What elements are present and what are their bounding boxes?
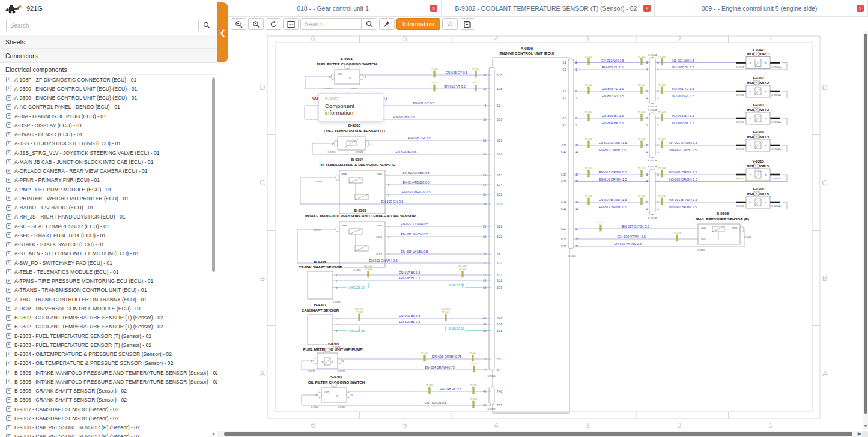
expand-plus-icon[interactable]: + (6, 187, 11, 192)
favorite-star-button[interactable]: ☆ (442, 18, 458, 30)
component-list-item[interactable]: +B-9302 - COOLANT TEMPERATURE SENSOR (T)… (0, 322, 217, 331)
zoom-in-button[interactable] (231, 18, 246, 30)
component-list-item[interactable]: +A-DSP - DISPLAY (ECU) - 01 (0, 121, 217, 130)
expand-plus-icon[interactable]: + (6, 425, 11, 430)
expand-plus-icon[interactable]: + (6, 132, 11, 137)
expand-plus-icon[interactable]: + (6, 169, 11, 174)
component-list-item[interactable]: +A-SC - SEAT COMPRESSOR (ECU) - 01 (0, 222, 217, 231)
scroll-right-arrow-icon[interactable]: ▶ (858, 431, 861, 437)
popup-component-information-item[interactable]: Component information (319, 101, 383, 121)
grid-view-button[interactable] (283, 18, 299, 30)
component-list-item[interactable]: +A-TRC - TRANS CONTROLLER ON TRANNY (ECU… (0, 295, 217, 304)
rotate-button[interactable] (266, 18, 281, 30)
expand-plus-icon[interactable]: + (6, 232, 11, 238)
expand-plus-icon[interactable]: + (6, 113, 11, 119)
component-list-item[interactable]: +A-9300 - ENGINE CONTROL UNIT (ECU) (ECU… (0, 94, 217, 103)
information-button[interactable]: Information (396, 18, 440, 30)
vertical-scrollbar[interactable]: ▼ (863, 31, 868, 429)
component-list-item[interactable]: +A-9300 - ENGINE CONTROL UNIT (ECU) (ECU… (0, 84, 217, 93)
tab-close-button[interactable]: x (430, 5, 437, 12)
component-list-item[interactable]: +A-TRANS - TRANSMISSION CONTROL UNIT (EC… (0, 286, 217, 295)
expand-plus-icon[interactable]: + (6, 104, 11, 110)
expand-plus-icon[interactable]: + (6, 260, 11, 265)
expand-plus-icon[interactable]: + (6, 251, 11, 256)
component-list-item[interactable]: +B-9306 - CRANK SHAFT SENSOR (Sensor) - … (0, 396, 217, 405)
sheet-tab[interactable]: B-9302 - COOLANT TEMPERATURE SENSOR (T) … (442, 0, 655, 16)
component-list-item[interactable]: +A-RADIO - 12V RADIO (ECU) - 01 (0, 203, 217, 212)
component-list-item[interactable]: +A-DIA - DIAGNOSTIC PLUG (ECU) - 01 (0, 112, 217, 121)
component-list-item[interactable]: +B-9302 - COOLANT TEMPERATURE SENSOR (T)… (0, 313, 217, 322)
component-list-item[interactable]: +A-STALK - STALK SWITCH (ECU) - 01 (0, 240, 217, 249)
component-list-item[interactable]: +A-JSS - LH JOYSTICK STEERING (ECU) - 01 (0, 139, 217, 148)
expand-plus-icon[interactable]: + (6, 370, 11, 375)
component-list-item[interactable]: +B-9303 - FUEL TEMPERATURE SENSOR (T) (S… (0, 331, 217, 340)
horizontal-scrollbar-thumb[interactable] (224, 432, 852, 436)
component-list-item[interactable]: +A-PMP - DEF PUMP MODULE (ECU) - 01 (0, 185, 217, 194)
expand-plus-icon[interactable]: + (6, 434, 11, 437)
diagram-search-button[interactable] (362, 18, 377, 30)
component-list-item[interactable]: +A-AC CONTROL PANEL - DENSO (ECU) - 01 (0, 103, 217, 112)
expand-plus-icon[interactable]: + (6, 86, 11, 91)
expand-plus-icon[interactable]: + (6, 279, 11, 284)
component-list-item[interactable]: +A-SW_PD - SWITCH/KEY PAD (ECU) - 01 (0, 258, 217, 267)
list-scroll-down-icon[interactable]: ▼ (211, 432, 216, 436)
expand-plus-icon[interactable]: + (6, 150, 11, 155)
expand-plus-icon[interactable]: + (6, 214, 11, 220)
expand-plus-icon[interactable]: + (6, 159, 11, 164)
sidebar-search-icon[interactable] (199, 20, 214, 31)
list-scrollbar[interactable] (212, 79, 215, 272)
component-list-item[interactable]: +A-TPMS - TIRE PRESSURE MONITORING ECU (… (0, 277, 217, 286)
diagram-search-input[interactable] (300, 18, 362, 30)
component-list-item[interactable]: +B-9307 - CAMSHAFT SENSOR (Sensor) - 02 (0, 405, 217, 414)
component-list-item[interactable]: +A-JSS_STRG_VLV - JOYSTICK STEERING VALV… (0, 148, 217, 157)
sidebar-collapse-button[interactable]: ❮ (217, 2, 228, 62)
component-list-item[interactable]: +A-PFNR - PRIMARY FNR (ECU) - 01 (0, 176, 217, 185)
component-list-item[interactable]: +B-9307 - CAMSHAFT SENSOR (Sensor) - 02 (0, 414, 217, 423)
expand-plus-icon[interactable]: + (6, 178, 11, 183)
expand-plus-icon[interactable]: + (6, 342, 11, 348)
expand-plus-icon[interactable]: + (6, 388, 11, 394)
expand-plus-icon[interactable]: + (6, 141, 11, 146)
component-list-item[interactable]: +B-9308 - RAIL PRESSURE SENSOR (P) (Sens… (0, 432, 217, 437)
tab-close-button[interactable]: x (857, 5, 864, 12)
component-list-item[interactable]: +A-HVAC - DENSO (ECU) - 01 (0, 130, 217, 139)
diagram-canvas[interactable]: 665544332211DDCCBBAAA-9300ENGINE CONTROL… (228, 31, 868, 429)
component-list-item[interactable]: +A-TELE - TELEMATICS MODULE (ECU) - 01 (0, 267, 217, 276)
expand-plus-icon[interactable]: + (6, 352, 11, 357)
scroll-down-arrow-icon[interactable]: ▼ (863, 424, 868, 428)
expand-plus-icon[interactable]: + (6, 361, 11, 366)
expand-plus-icon[interactable]: + (6, 196, 11, 201)
expand-plus-icon[interactable]: + (6, 242, 11, 247)
expand-plus-icon[interactable]: + (6, 333, 11, 339)
horizontal-scrollbar[interactable]: ▶ (217, 431, 868, 437)
expand-plus-icon[interactable]: + (6, 269, 11, 274)
vertical-scrollbar-thumb[interactable] (864, 34, 867, 414)
expand-plus-icon[interactable]: + (6, 288, 11, 293)
pin-button[interactable] (379, 18, 395, 30)
expand-plus-icon[interactable]: + (6, 379, 11, 384)
component-list-item[interactable]: +B-9305 - INTAKE MANIFOLD PRESSURE AND T… (0, 377, 217, 386)
component-list-item[interactable]: +B-9306 - CRANK SHAFT SENSOR (Sensor) - … (0, 387, 217, 396)
sidebar-search-input[interactable] (6, 20, 199, 31)
accordion-connectors[interactable]: Connectors (0, 49, 217, 62)
component-list-item[interactable]: +B-9304 - OIL TEMPERATURE & PRESSURE SEN… (0, 359, 217, 368)
expand-plus-icon[interactable]: + (6, 324, 11, 330)
expand-plus-icon[interactable]: + (6, 397, 11, 403)
expand-plus-icon[interactable]: + (6, 297, 11, 302)
component-list-item[interactable]: +A-ST_MTN - STEERING WHEEL MOTION (ECU) … (0, 249, 217, 258)
expand-plus-icon[interactable]: + (6, 306, 11, 311)
expand-plus-icon[interactable]: + (6, 122, 11, 128)
expand-plus-icon[interactable]: + (6, 415, 11, 421)
component-list-item[interactable]: +B-9304 - OILTEMPERATURE & PRESSURE SENS… (0, 350, 217, 359)
component-list-item[interactable]: +A-RH_JS - RIGHT HAND JOYSTICK (ECU) - 0… (0, 212, 217, 222)
component-list-item[interactable]: +B-9308 - RAIL PRESSURE SENSOR (P) (Sens… (0, 423, 217, 432)
expand-plus-icon[interactable]: + (6, 406, 11, 412)
tab-close-button[interactable]: x (643, 5, 651, 12)
component-list-item[interactable]: +B-9305 - INTAKE MANIFOLD PRESSURE AND T… (0, 368, 217, 377)
expand-plus-icon[interactable]: + (6, 77, 11, 82)
expand-plus-icon[interactable]: + (6, 315, 11, 321)
component-list-item[interactable]: +B-9303 - FUEL TEMPERATURE SENSOR (T) (S… (0, 340, 217, 349)
sheet-tab[interactable]: 009 - - Engine control unit 5 (engine si… (655, 0, 868, 16)
expand-plus-icon[interactable]: + (6, 205, 11, 211)
accordion-sheets[interactable]: Sheets (0, 35, 217, 49)
